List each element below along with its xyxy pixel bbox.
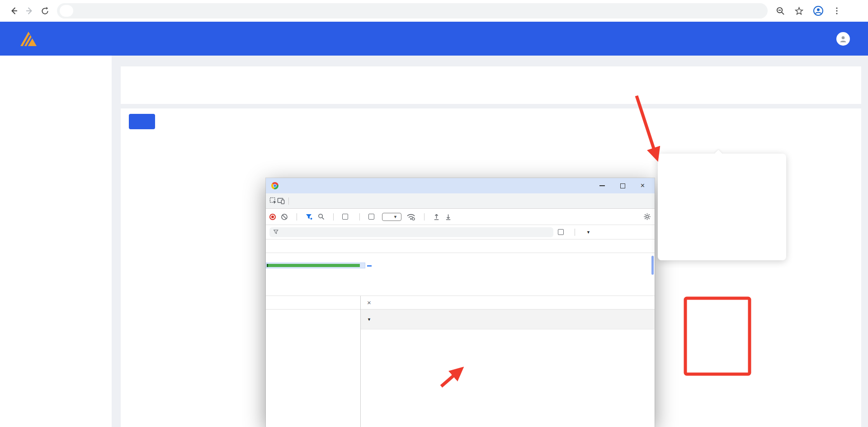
timeline-blue-marker	[367, 265, 372, 267]
chrome-icon	[271, 182, 278, 189]
inspect-element-icon[interactable]	[269, 197, 277, 205]
bookmark-star-icon[interactable]	[794, 6, 804, 16]
clear-icon[interactable]	[281, 213, 288, 221]
address-bar[interactable]	[57, 3, 768, 19]
app-navbar	[0, 22, 868, 56]
filter-icon[interactable]	[306, 214, 313, 220]
network-conditions-icon[interactable]	[406, 213, 415, 221]
network-filter-row: ▼	[266, 225, 655, 239]
preserve-log-checkbox[interactable]	[342, 214, 351, 220]
filter-input[interactable]	[269, 227, 553, 237]
network-toolbar: ▼	[266, 209, 655, 225]
maximize-icon[interactable]	[620, 183, 625, 188]
query-params	[361, 329, 655, 334]
close-window-icon[interactable]: ×	[641, 182, 645, 189]
back-button[interactable]	[6, 3, 22, 19]
minimize-icon[interactable]	[599, 185, 605, 186]
disclosure-triangle-icon: ▼	[367, 317, 371, 322]
request-list	[266, 296, 361, 427]
browser-menu-icon[interactable]	[833, 7, 841, 15]
search-icon[interactable]	[318, 213, 325, 220]
request-type-chips	[266, 239, 655, 253]
devtools-window[interactable]: × ▼	[266, 178, 655, 427]
device-toolbar-icon[interactable]	[277, 197, 285, 205]
request-list-header[interactable]	[266, 296, 360, 310]
user-avatar-icon	[836, 32, 850, 46]
zoom-out-icon[interactable]	[776, 6, 785, 16]
security-chip[interactable]	[60, 5, 73, 17]
crowe-logo-icon	[20, 31, 37, 47]
browser-toolbar	[0, 0, 868, 22]
sidebar	[0, 56, 112, 427]
disable-cache-checkbox[interactable]	[368, 214, 377, 220]
reload-button[interactable]	[37, 3, 52, 19]
reset-button[interactable]	[129, 114, 155, 129]
nav-user[interactable]	[836, 32, 854, 46]
devtools-tabbar	[266, 193, 655, 209]
timeline-activity-bar	[267, 264, 360, 267]
forward-button[interactable]	[22, 3, 37, 19]
section-title[interactable]: ▼	[367, 317, 373, 322]
timeline-scrollbar[interactable]	[651, 256, 654, 275]
network-settings-gear-icon[interactable]	[643, 213, 651, 221]
page-tabs	[121, 66, 861, 104]
invert-checkbox[interactable]	[558, 229, 566, 235]
import-har-icon[interactable]	[433, 213, 440, 221]
network-overview-timeline[interactable]	[266, 253, 655, 296]
browser-profile-icon[interactable]	[813, 5, 824, 16]
close-panel-icon[interactable]: ×	[363, 299, 376, 306]
throttling-select[interactable]: ▼	[382, 213, 401, 221]
export-har-icon[interactable]	[445, 213, 452, 221]
brand	[20, 31, 50, 47]
devtools-titlebar[interactable]: ×	[266, 178, 655, 193]
request-detail-panel: × ▼	[361, 296, 655, 427]
query-string-section: ▼	[361, 310, 655, 329]
more-filters-button[interactable]: ▼	[583, 230, 590, 235]
status-filter-dropdown	[658, 154, 786, 260]
record-icon[interactable]	[269, 214, 276, 220]
